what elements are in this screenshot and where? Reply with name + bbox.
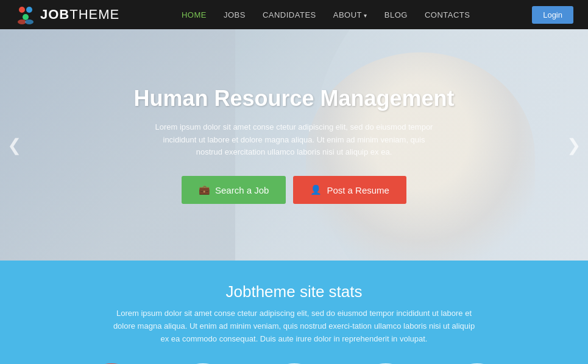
- hero-prev-button[interactable]: ❮: [7, 135, 21, 155]
- logo-job: JOB: [40, 7, 69, 22]
- nav-home[interactable]: HOME: [182, 10, 207, 19]
- svg-point-2: [23, 14, 29, 20]
- hero-buttons: 💼 Search a Job 👤 Post a Resume: [133, 176, 454, 204]
- stats-section: Jobtheme site stats Lorem ipsum dolor si…: [0, 261, 588, 364]
- svg-point-4: [25, 19, 34, 24]
- logo-text: JOBTHEME: [40, 7, 119, 23]
- briefcase-icon: 💼: [199, 184, 210, 195]
- post-resume-button[interactable]: 👤 Post a Resume: [293, 176, 406, 204]
- nav-contacts[interactable]: CONTACTS: [425, 10, 470, 19]
- svg-point-1: [26, 7, 32, 13]
- logo-theme: THEME: [69, 7, 119, 22]
- user-icon: 👤: [310, 184, 322, 195]
- post-resume-label: Post a Resume: [327, 185, 389, 195]
- search-job-label: Search a Job: [215, 185, 269, 195]
- svg-point-0: [19, 7, 25, 13]
- stats-description: Lorem ipsum dolor sit amet conse ctetur …: [112, 307, 477, 345]
- nav-blog[interactable]: BLOG: [384, 10, 408, 19]
- nav-candidates[interactable]: CANDIDATES: [263, 10, 316, 19]
- main-nav: HOME JOBS CANDIDATES ABOUT BLOG CONTACTS: [182, 10, 470, 19]
- search-job-button[interactable]: 💼 Search a Job: [182, 176, 286, 204]
- hero-next-button[interactable]: ❯: [567, 135, 581, 155]
- hero-subtitle: Lorem ipsum dolor sit amet conse ctetur …: [154, 121, 434, 159]
- header: JOBTHEME HOME JOBS CANDIDATES ABOUT BLOG…: [0, 0, 588, 29]
- login-button[interactable]: Login: [532, 6, 573, 24]
- hero-title: Human Resource Management: [133, 86, 454, 111]
- nav-about[interactable]: ABOUT: [333, 10, 367, 19]
- hero-content: Human Resource Management Lorem ipsum do…: [133, 86, 454, 204]
- stats-title: Jobtheme site stats: [15, 282, 573, 301]
- logo: JOBTHEME: [15, 4, 119, 26]
- svg-point-3: [18, 19, 26, 24]
- logo-icon: [15, 4, 37, 26]
- nav-jobs[interactable]: JOBS: [224, 10, 246, 19]
- hero-section: ❮ Human Resource Management Lorem ipsum …: [0, 29, 588, 261]
